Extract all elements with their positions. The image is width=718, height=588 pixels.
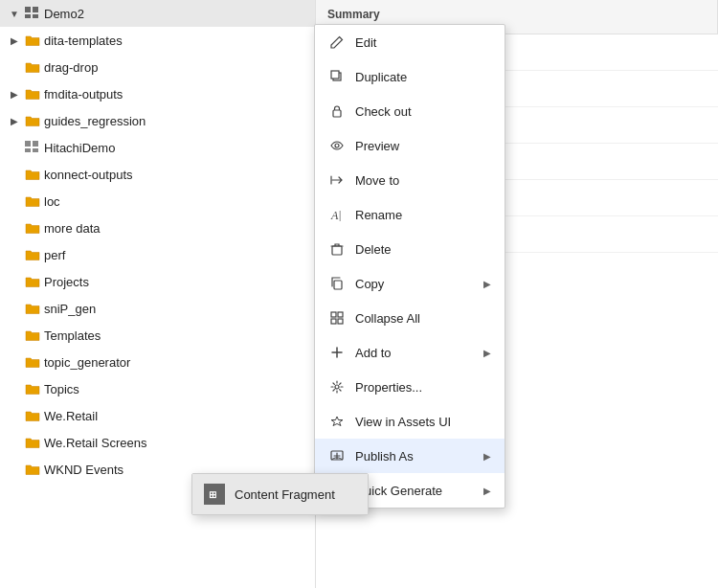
- menu-item-publish-as[interactable]: Publish As ▶: [315, 439, 505, 473]
- sidebar-item-hitachi[interactable]: HitachiDemo: [0, 134, 315, 161]
- spacer: [8, 248, 21, 261]
- sidebar-item-label: fmdita-outputs: [44, 87, 307, 102]
- sidebar-item-label: topic_generator: [44, 355, 307, 370]
- spacer: [8, 382, 21, 396]
- menu-item-view-assets[interactable]: View in Assets UI: [315, 404, 505, 439]
- menu-item-label: Move to: [355, 173, 491, 188]
- pencil-icon: [328, 34, 346, 51]
- svg-point-11: [335, 144, 339, 147]
- sidebar-item-perf[interactable]: perf: [0, 241, 315, 268]
- sidebar-item-label: sniP_gen: [44, 302, 307, 316]
- publish-as-submenu: ⊞ Content Fragment: [191, 473, 369, 515]
- sidebar-item-label: perf: [44, 248, 307, 262]
- svg-rect-1: [33, 7, 38, 12]
- folder-icon: [25, 275, 40, 288]
- svg-rect-2: [25, 14, 31, 18]
- sidebar-item-label: Templates: [44, 328, 307, 343]
- chevron-right-icon: ▶: [8, 87, 21, 101]
- menu-item-label: Publish As: [355, 449, 474, 464]
- sidebar-item-we-retail[interactable]: We.Retail: [0, 402, 315, 429]
- menu-item-label: Delete: [355, 242, 491, 257]
- menu-item-label: Preview: [355, 139, 491, 153]
- sidebar-item-label: drag-drop: [44, 60, 307, 75]
- folder-icon: [25, 34, 40, 47]
- move-icon: [328, 171, 346, 189]
- grid-icon: [25, 7, 40, 20]
- menu-item-rename[interactable]: A| Rename: [315, 197, 505, 232]
- menu-item-checkout[interactable]: Check out: [315, 94, 505, 128]
- svg-rect-0: [25, 7, 31, 12]
- sidebar-item-label: Projects: [44, 275, 307, 289]
- sidebar-item-topics[interactable]: Topics: [0, 375, 315, 402]
- sidebar-item-snip-gen[interactable]: sniP_gen: [0, 295, 315, 322]
- menu-item-edit[interactable]: Edit: [315, 25, 505, 59]
- submenu-arrow-icon: ▶: [483, 348, 491, 358]
- folder-icon: [25, 463, 40, 476]
- sidebar-item-dita-templates[interactable]: ▶ dita-templates: [0, 27, 315, 54]
- spacer: [8, 141, 21, 154]
- folder-icon: [25, 302, 40, 315]
- folder-icon: [25, 436, 40, 449]
- svg-rect-4: [25, 141, 31, 147]
- sidebar-item-demo2[interactable]: ▼ Demo2: [0, 0, 315, 27]
- spacer: [8, 194, 21, 208]
- menu-item-label: Collapse All: [355, 311, 491, 326]
- menu-item-label: Add to: [355, 346, 474, 360]
- menu-item-delete[interactable]: Delete: [315, 232, 505, 266]
- sidebar-item-label: loc: [44, 194, 307, 209]
- menu-item-label: Duplicate: [355, 70, 491, 84]
- spacer: [8, 355, 21, 369]
- sidebar-item-label: We.Retail Screens: [44, 436, 307, 450]
- svg-rect-9: [331, 71, 339, 79]
- sidebar-item-we-retail-screens[interactable]: We.Retail Screens: [0, 429, 315, 456]
- menu-item-duplicate[interactable]: Duplicate: [315, 59, 505, 94]
- submenu-arrow-icon: ▶: [483, 486, 491, 496]
- sidebar-item-fmdita-outputs[interactable]: ▶ fmdita-outputs: [0, 80, 315, 107]
- svg-text:⊞: ⊞: [209, 489, 216, 500]
- menu-item-collapse-all[interactable]: Collapse All: [315, 301, 505, 335]
- menu-item-properties[interactable]: Properties...: [315, 370, 505, 404]
- content-fragment-icon: ⊞: [204, 484, 225, 505]
- folder-icon: [25, 328, 40, 342]
- folder-icon: [25, 114, 40, 127]
- sidebar-item-label: HitachiDemo: [44, 141, 307, 155]
- submenu-arrow-icon: ▶: [483, 451, 491, 462]
- folder-icon: [25, 60, 40, 74]
- svg-rect-7: [33, 148, 38, 152]
- menu-item-label: View in Assets UI: [355, 415, 491, 429]
- svg-rect-18: [338, 319, 343, 324]
- sidebar-item-projects[interactable]: Projects: [0, 268, 315, 295]
- svg-rect-15: [331, 312, 336, 317]
- spacer: [8, 436, 21, 449]
- submenu-arrow-icon: ▶: [483, 279, 491, 289]
- rename-icon: A|: [328, 206, 346, 223]
- sidebar-item-topic-generator[interactable]: topic_generator: [0, 349, 315, 375]
- menu-item-label: Edit: [355, 35, 491, 50]
- sidebar-item-templates[interactable]: Templates: [0, 322, 315, 349]
- sidebar-item-konnect[interactable]: konnect-outputs: [0, 161, 315, 188]
- duplicate-icon: [328, 68, 346, 85]
- sidebar-item-drag-drop[interactable]: drag-drop: [0, 54, 315, 80]
- menu-item-copy[interactable]: Copy ▶: [315, 266, 505, 301]
- svg-rect-17: [331, 319, 336, 324]
- sidebar-item-more-data[interactable]: more data: [0, 215, 315, 241]
- menu-item-moveto[interactable]: Move to: [315, 163, 505, 197]
- publish-as-icon: [328, 447, 346, 464]
- sidebar-item-label: konnect-outputs: [44, 168, 307, 182]
- sidebar-item-label: Topics: [44, 382, 307, 396]
- sidebar-item-label: We.Retail: [44, 409, 307, 423]
- sidebar-item-loc[interactable]: loc: [0, 188, 315, 215]
- svg-rect-5: [33, 141, 38, 147]
- sidebar-item-guides-regression[interactable]: ▶ guides_regression: [0, 107, 315, 134]
- menu-item-preview[interactable]: Preview: [315, 128, 505, 163]
- plus-icon: [328, 344, 346, 361]
- svg-point-19: [335, 385, 339, 389]
- folder-icon: [25, 194, 40, 208]
- copy-icon: [328, 275, 346, 292]
- sidebar-item-label: more data: [44, 221, 307, 236]
- menu-item-add-to[interactable]: Add to ▶: [315, 335, 505, 370]
- spacer: [8, 60, 21, 74]
- context-menu: Edit Duplicate Check out Preview: [314, 24, 505, 509]
- folder-icon: [25, 87, 40, 101]
- submenu-item-content-fragment[interactable]: ⊞ Content Fragment: [192, 474, 368, 514]
